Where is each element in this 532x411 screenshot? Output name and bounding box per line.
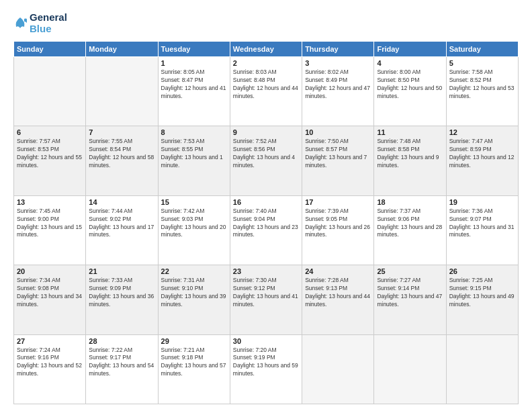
sunrise-text: Sunrise: 7:44 AM (89, 208, 154, 216)
sunrise-text: Sunrise: 7:34 AM (17, 277, 83, 285)
table-row: 2 Sunrise: 8:03 AM Sunset: 8:48 PM Dayli… (230, 57, 302, 126)
day-number: 10 (305, 128, 371, 136)
sunrise-text: Sunrise: 7:37 AM (377, 208, 443, 216)
table-row (86, 57, 158, 126)
daylight-text: Daylight: 13 hours and 52 minutes. (17, 362, 83, 378)
day-number: 29 (161, 337, 227, 345)
table-row: 5 Sunrise: 7:58 AM Sunset: 8:52 PM Dayli… (446, 57, 518, 126)
day-number: 7 (89, 128, 154, 136)
sunrise-text: Sunrise: 7:25 AM (449, 277, 515, 285)
day-info: Sunrise: 7:25 AM Sunset: 9:15 PM Dayligh… (449, 277, 515, 309)
sunset-text: Sunset: 8:55 PM (161, 146, 227, 154)
daylight-text: Daylight: 12 hours and 50 minutes. (377, 85, 443, 101)
logo: General Blue (13, 12, 67, 34)
table-row: 23 Sunrise: 7:30 AM Sunset: 9:12 PM Dayl… (230, 265, 302, 334)
sunset-text: Sunset: 9:16 PM (17, 354, 83, 362)
daylight-text: Daylight: 13 hours and 47 minutes. (377, 293, 443, 309)
daylight-text: Daylight: 13 hours and 36 minutes. (89, 293, 154, 309)
col-monday: Monday (86, 42, 158, 57)
day-info: Sunrise: 7:21 AM Sunset: 9:18 PM Dayligh… (161, 347, 227, 379)
table-row: 16 Sunrise: 7:40 AM Sunset: 9:04 PM Dayl… (230, 195, 302, 265)
day-info: Sunrise: 7:45 AM Sunset: 9:00 PM Dayligh… (17, 208, 83, 240)
day-number: 12 (449, 128, 515, 136)
sunset-text: Sunset: 8:59 PM (449, 146, 515, 154)
day-number: 19 (449, 198, 515, 206)
day-number: 30 (233, 337, 299, 345)
col-tuesday: Tuesday (158, 42, 230, 57)
day-number: 17 (305, 198, 371, 206)
day-number: 28 (89, 337, 154, 345)
logo-text-line1: General (30, 12, 67, 24)
day-info: Sunrise: 7:58 AM Sunset: 8:52 PM Dayligh… (449, 68, 515, 101)
day-info: Sunrise: 8:05 AM Sunset: 8:47 PM Dayligh… (161, 68, 227, 101)
calendar-week-row: 1 Sunrise: 8:05 AM Sunset: 8:47 PM Dayli… (14, 57, 519, 126)
day-number: 25 (377, 267, 443, 275)
daylight-text: Daylight: 12 hours and 41 minutes. (161, 85, 227, 101)
day-info: Sunrise: 7:50 AM Sunset: 8:57 PM Dayligh… (305, 138, 371, 170)
sunrise-text: Sunrise: 7:47 AM (449, 138, 515, 146)
day-info: Sunrise: 7:24 AM Sunset: 9:16 PM Dayligh… (17, 347, 83, 379)
day-number: 15 (161, 198, 227, 206)
sunrise-text: Sunrise: 7:45 AM (17, 208, 83, 216)
day-number: 21 (89, 267, 154, 275)
daylight-text: Daylight: 13 hours and 59 minutes. (233, 362, 299, 378)
sunrise-text: Sunrise: 8:00 AM (377, 68, 443, 77)
day-info: Sunrise: 7:53 AM Sunset: 8:55 PM Dayligh… (161, 138, 227, 170)
table-row: 8 Sunrise: 7:53 AM Sunset: 8:55 PM Dayli… (158, 126, 230, 195)
daylight-text: Daylight: 13 hours and 15 minutes. (17, 224, 83, 240)
day-info: Sunrise: 7:34 AM Sunset: 9:08 PM Dayligh… (17, 277, 83, 309)
calendar-header-row: Sunday Monday Tuesday Wednesday Thursday… (14, 42, 519, 57)
daylight-text: Daylight: 13 hours and 12 minutes. (449, 154, 515, 170)
col-saturday: Saturday (446, 42, 518, 57)
daylight-text: Daylight: 13 hours and 28 minutes. (377, 224, 443, 240)
sunset-text: Sunset: 9:00 PM (17, 216, 83, 224)
sunrise-text: Sunrise: 8:05 AM (161, 68, 227, 77)
sunset-text: Sunset: 9:10 PM (161, 285, 227, 293)
sunrise-text: Sunrise: 7:50 AM (305, 138, 371, 146)
daylight-text: Daylight: 12 hours and 44 minutes. (233, 85, 299, 101)
sunrise-text: Sunrise: 7:21 AM (161, 347, 227, 355)
table-row (374, 334, 446, 404)
calendar-week-row: 13 Sunrise: 7:45 AM Sunset: 9:00 PM Dayl… (14, 195, 519, 265)
sunset-text: Sunset: 9:15 PM (449, 285, 515, 293)
table-row: 30 Sunrise: 7:20 AM Sunset: 9:19 PM Dayl… (230, 334, 302, 404)
sunrise-text: Sunrise: 7:48 AM (377, 138, 443, 146)
table-row: 19 Sunrise: 7:36 AM Sunset: 9:07 PM Dayl… (446, 195, 518, 265)
sunrise-text: Sunrise: 7:28 AM (305, 277, 371, 285)
table-row: 4 Sunrise: 8:00 AM Sunset: 8:50 PM Dayli… (374, 57, 446, 126)
sunset-text: Sunset: 9:06 PM (377, 216, 443, 224)
daylight-text: Daylight: 13 hours and 44 minutes. (305, 293, 371, 309)
day-number: 22 (161, 267, 227, 275)
day-number: 4 (377, 59, 443, 67)
sunset-text: Sunset: 9:13 PM (305, 285, 371, 293)
sunrise-text: Sunrise: 7:39 AM (305, 208, 371, 216)
day-number: 5 (449, 59, 515, 67)
sunset-text: Sunset: 8:47 PM (161, 77, 227, 85)
sunrise-text: Sunrise: 7:55 AM (89, 138, 154, 146)
table-row: 14 Sunrise: 7:44 AM Sunset: 9:02 PM Dayl… (86, 195, 158, 265)
table-row: 17 Sunrise: 7:39 AM Sunset: 9:05 PM Dayl… (302, 195, 374, 265)
sunset-text: Sunset: 9:12 PM (233, 285, 299, 293)
sunset-text: Sunset: 9:09 PM (89, 285, 154, 293)
daylight-text: Daylight: 13 hours and 9 minutes. (377, 154, 443, 170)
table-row: 27 Sunrise: 7:24 AM Sunset: 9:16 PM Dayl… (14, 334, 86, 404)
day-number: 11 (377, 128, 443, 136)
day-number: 23 (233, 267, 299, 275)
table-row: 15 Sunrise: 7:42 AM Sunset: 9:03 PM Dayl… (158, 195, 230, 265)
table-row (302, 334, 374, 404)
day-info: Sunrise: 7:40 AM Sunset: 9:04 PM Dayligh… (233, 208, 299, 240)
table-row: 29 Sunrise: 7:21 AM Sunset: 9:18 PM Dayl… (158, 334, 230, 404)
day-info: Sunrise: 7:36 AM Sunset: 9:07 PM Dayligh… (449, 208, 515, 240)
sunset-text: Sunset: 9:08 PM (17, 285, 83, 293)
logo-bird-icon (13, 16, 27, 31)
page: General Blue Sunday Monday Tuesday Wedne… (0, 0, 532, 411)
sunrise-text: Sunrise: 7:52 AM (233, 138, 299, 146)
daylight-text: Daylight: 13 hours and 1 minute. (161, 154, 227, 170)
sunrise-text: Sunrise: 7:22 AM (89, 347, 154, 355)
sunset-text: Sunset: 8:53 PM (17, 146, 83, 154)
day-info: Sunrise: 7:20 AM Sunset: 9:19 PM Dayligh… (233, 347, 299, 379)
day-number: 8 (161, 128, 227, 136)
day-info: Sunrise: 7:42 AM Sunset: 9:03 PM Dayligh… (161, 208, 227, 240)
day-info: Sunrise: 7:48 AM Sunset: 8:58 PM Dayligh… (377, 138, 443, 170)
sunrise-text: Sunrise: 7:42 AM (161, 208, 227, 216)
